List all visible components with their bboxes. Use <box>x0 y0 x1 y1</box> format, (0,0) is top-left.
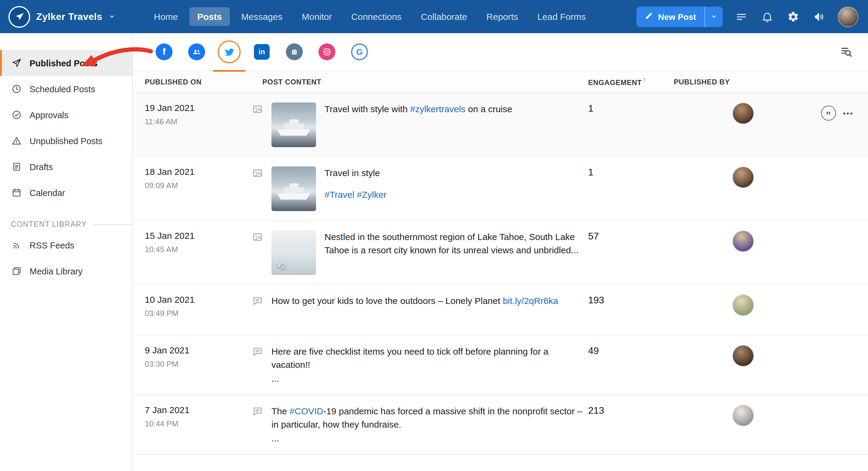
calendar-icon <box>11 188 22 198</box>
post-text: The #COVID-19 pandemic has forced a mass… <box>272 405 585 445</box>
rss-icon <box>11 240 22 250</box>
post-time: 10:45 AM <box>145 245 241 254</box>
post-text: Travel with style with #zylkertravels on… <box>324 102 512 116</box>
engagement-count: 1 <box>585 102 674 114</box>
status-post-icon <box>252 346 263 357</box>
table-row[interactable]: 9 Jan 2021 03:30 PM Here are five checkl… <box>133 335 868 395</box>
new-post-button[interactable]: New Post <box>637 6 723 27</box>
publisher-avatar <box>732 230 754 252</box>
post-date: 10 Jan 2021 <box>145 294 241 305</box>
sidebar-item-approvals[interactable]: Approvals <box>0 102 132 128</box>
header-published-on: PUBLISHED ON <box>145 77 241 86</box>
more-images-badge: +2 <box>277 261 286 270</box>
nav-connections[interactable]: Connections <box>343 7 409 26</box>
truncation-ellipsis: ... <box>272 432 585 445</box>
post-text: How to get your kids to love the outdoor… <box>272 294 558 308</box>
table-header: PUBLISHED ON POST CONTENT ENGAGEMENT? PU… <box>133 71 868 93</box>
nav-posts[interactable]: Posts <box>189 7 230 26</box>
quote-reply-icon[interactable]: ” <box>820 105 836 121</box>
new-post-dropdown[interactable] <box>705 6 723 27</box>
notifications-bell-icon[interactable] <box>760 9 775 24</box>
truncation-ellipsis: ... <box>272 372 585 385</box>
post-date: 15 Jan 2021 <box>145 230 241 241</box>
sidebar-item-media-library[interactable]: Media Library <box>0 258 132 284</box>
send-icon <box>11 58 22 68</box>
channel-company-page-icon[interactable] <box>283 40 306 63</box>
post-date: 7 Jan 2021 <box>145 405 241 415</box>
sidebar-item-calendar[interactable]: Calendar <box>0 180 132 206</box>
nav-reports[interactable]: Reports <box>478 7 526 26</box>
channel-facebook-group-icon[interactable] <box>185 40 208 63</box>
hashtag-link[interactable]: #Travel #Zylker <box>324 189 386 199</box>
table-row[interactable]: 15 Jan 2021 10:45 AM +2 Nestled in the s… <box>133 221 868 285</box>
table-row[interactable]: 18 Jan 2021 09:09 AM Travel in style #Tr… <box>133 157 868 221</box>
check-circle-icon <box>11 110 22 120</box>
content-library-section-label: CONTENT LIBRARY <box>11 220 132 228</box>
post-time: 03:30 PM <box>145 359 241 369</box>
engagement-count: 57 <box>585 230 674 242</box>
brand-name: Zylker Travels <box>36 11 102 22</box>
sidebar-item-label: Media Library <box>30 266 83 276</box>
sidebar-item-published-posts[interactable]: Published Posts <box>0 50 132 76</box>
sidebar-item-label: Published Posts <box>30 58 98 68</box>
publisher-avatar <box>732 166 754 188</box>
table-row[interactable]: 19 Jan 2021 11:46 AM Travel with style w… <box>133 93 868 157</box>
header-engagement[interactable]: ENGAGEMENT? <box>585 77 674 87</box>
channel-linkedin-icon[interactable]: in <box>250 40 273 63</box>
find-posts-search-icon[interactable] <box>840 45 853 59</box>
pencil-icon <box>645 11 653 22</box>
announcements-megaphone-icon[interactable] <box>812 9 826 24</box>
sidebar-item-unpublished-posts[interactable]: Unpublished Posts <box>0 128 132 154</box>
top-navbar: Zylker Travels Home Posts Messages Monit… <box>0 0 868 33</box>
user-avatar[interactable] <box>838 6 858 27</box>
sidebar-item-label: Drafts <box>30 162 53 171</box>
table-row[interactable]: 7 Jan 2021 10:44 PM The #COVID-19 pandem… <box>133 395 868 455</box>
post-time: 11:46 AM <box>145 117 241 126</box>
nav-messages[interactable]: Messages <box>234 7 290 26</box>
sidebar-item-drafts[interactable]: Drafts <box>0 154 132 180</box>
sidebar-item-rss-feeds[interactable]: RSS Feeds <box>0 232 132 258</box>
nav-lead-forms[interactable]: Lead Forms <box>530 7 593 26</box>
post-date: 18 Jan 2021 <box>145 166 241 177</box>
hashtag-link[interactable]: #COVID <box>289 406 323 416</box>
table-row[interactable]: 10 Jan 2021 03:49 PM How to get your kid… <box>133 285 868 335</box>
post-date: 19 Jan 2021 <box>145 102 241 113</box>
channel-facebook-icon[interactable]: f <box>153 40 176 63</box>
publisher-avatar <box>732 294 754 316</box>
post-thumbnail[interactable] <box>272 166 316 211</box>
channel-google-my-business-icon[interactable]: G <box>348 40 371 63</box>
publisher-avatar <box>732 345 754 367</box>
external-link[interactable]: bit.ly/2qRr6ka <box>503 295 558 306</box>
new-post-label: New Post <box>658 12 696 22</box>
engagement-help-icon[interactable]: ? <box>642 77 646 83</box>
more-options-icon[interactable]: ••• <box>843 109 854 117</box>
channel-tabs: f in <box>133 33 868 71</box>
app-window: Zylker Travels Home Posts Messages Monit… <box>0 0 868 471</box>
sidebar-item-label: Calendar <box>30 188 65 197</box>
image-post-icon <box>252 168 263 179</box>
chevron-down-icon <box>108 13 115 20</box>
hashtag-link[interactable]: #zylkertravels <box>410 104 465 114</box>
clock-icon <box>11 84 22 94</box>
nav-collaborate[interactable]: Collaborate <box>413 7 475 26</box>
settings-gear-icon[interactable] <box>786 9 801 24</box>
post-time: 10:44 PM <box>145 419 241 428</box>
post-thumbnail[interactable] <box>272 102 316 147</box>
brand-switcher[interactable]: Zylker Travels <box>0 6 130 27</box>
main-content: f in <box>133 33 868 471</box>
engagement-count: 49 <box>585 345 674 356</box>
channel-instagram-icon[interactable] <box>315 40 338 63</box>
nav-home[interactable]: Home <box>146 7 186 26</box>
sidebar-item-scheduled-posts[interactable]: Scheduled Posts <box>0 76 132 102</box>
post-thumbnail[interactable]: +2 <box>272 230 316 275</box>
engagement-count: 193 <box>585 294 674 306</box>
nav-monitor[interactable]: Monitor <box>294 7 340 26</box>
channel-twitter-icon[interactable] <box>218 40 241 63</box>
status-post-icon <box>252 406 263 417</box>
sidebar-item-label: Approvals <box>30 110 68 120</box>
header-post-content: POST CONTENT <box>241 77 585 86</box>
publisher-avatar <box>732 102 754 124</box>
feeds-list-icon[interactable] <box>734 9 749 24</box>
header-published-by: PUBLISHED BY <box>674 77 812 86</box>
publisher-avatar <box>732 405 754 427</box>
